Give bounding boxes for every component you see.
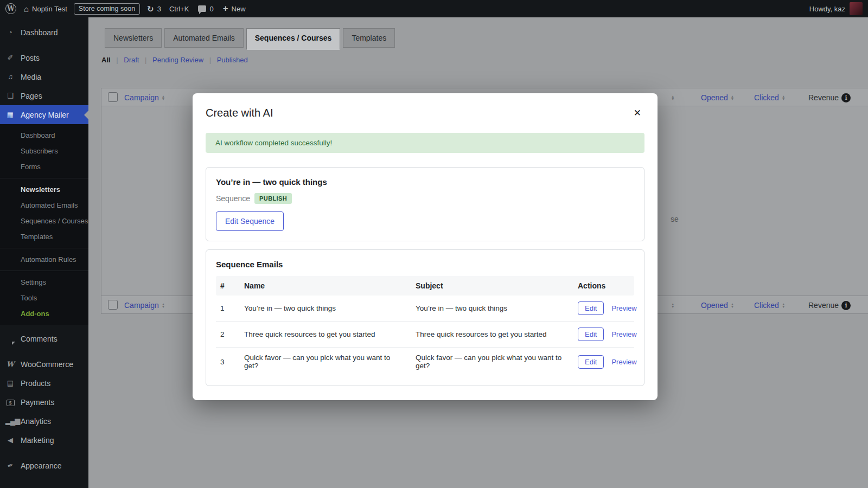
sidebar-item-agency-mailer[interactable]: ▦ Agency Mailer [0, 105, 88, 124]
submenu-item-settings[interactable]: Settings [0, 274, 88, 290]
submenu-item-forms[interactable]: Forms [0, 159, 88, 175]
site-home-link[interactable]: ⌂ Noptin Test [24, 5, 67, 13]
tab-automated-emails[interactable]: Automated Emails [164, 28, 244, 48]
sidebar-item-woocommerce[interactable]: W WooCommerce [0, 355, 88, 374]
column-hidden-sort[interactable]: ▲▼ [671, 88, 674, 107]
comments-count: 0 [209, 5, 213, 13]
filter-separator: | [209, 56, 211, 64]
comments-icon [5, 335, 15, 343]
sidebar-item-label: Marketing [21, 436, 54, 445]
sort-icon: ▲▼ [671, 303, 674, 308]
column-hidden-sort[interactable]: ▲▼ [671, 296, 674, 314]
sequence-type-label: Sequence [216, 194, 250, 203]
info-icon[interactable]: i [841, 301, 851, 310]
close-icon[interactable]: ✕ [630, 106, 644, 120]
edit-sequence-button[interactable]: Edit Sequence [216, 211, 284, 231]
edit-button[interactable]: Edit [578, 328, 604, 341]
email-subject: Quick favor — can you pick what you want… [411, 348, 568, 376]
column-label: Campaign [124, 93, 159, 102]
filter-published[interactable]: Published [217, 56, 248, 64]
status-filters: All | Draft | Pending Review | Published [101, 56, 248, 64]
sort-icon: ▲▼ [731, 95, 734, 100]
emails-table-header: # Name Subject Actions [216, 276, 634, 296]
tab-newsletters[interactable]: Newsletters [105, 28, 162, 48]
submenu-item-automated-emails[interactable]: Automated Emails [0, 197, 88, 213]
filter-separator: | [116, 56, 118, 64]
submenu-separator [0, 271, 88, 271]
email-num: 2 [216, 324, 234, 344]
payments-icon: $ [5, 398, 15, 406]
sidebar-item-payments[interactable]: $ Payments [0, 393, 88, 412]
woocommerce-icon: W [5, 360, 15, 368]
sort-icon: ▲▼ [782, 303, 785, 308]
tab-sequences-courses[interactable]: Sequences / Courses [246, 28, 341, 50]
column-clicked[interactable]: Clicked ▲▼ [754, 296, 785, 314]
update-icon: ↻ [147, 5, 154, 13]
submenu-item-subscribers[interactable]: Subscribers [0, 143, 88, 159]
status-badge: PUBLISH [254, 193, 292, 204]
avatar[interactable] [850, 2, 863, 15]
filter-all[interactable]: All [101, 56, 111, 64]
email-name: You’re in — two quick things [240, 298, 406, 318]
sidebar-item-marketing[interactable]: ◀ Marketing [0, 431, 88, 450]
email-num: 1 [216, 298, 234, 318]
filter-pending-review[interactable]: Pending Review [152, 56, 203, 64]
info-icon[interactable]: i [841, 93, 851, 102]
select-all-checkbox[interactable] [108, 92, 118, 102]
comments-indicator[interactable]: 0 [198, 5, 213, 13]
column-clicked[interactable]: Clicked ▲▼ [754, 88, 785, 107]
column-campaign[interactable]: Campaign ▲▼ [124, 88, 165, 107]
sort-icon: ▲▼ [782, 95, 785, 100]
preview-link[interactable]: Preview [611, 330, 636, 338]
edit-button[interactable]: Edit [578, 355, 604, 369]
campaign-tabs: Newsletters Automated Emails Sequences /… [105, 28, 395, 48]
sidebar-item-posts[interactable]: ✐ Posts [0, 48, 88, 67]
home-icon: ⌂ [24, 5, 29, 13]
wordpress-logo-icon[interactable]: W [5, 3, 16, 14]
column-label: Clicked [754, 93, 779, 102]
submenu-item-dashboard[interactable]: Dashboard [0, 127, 88, 143]
sidebar-item-comments[interactable]: Comments [0, 329, 88, 348]
sequence-emails-title: Sequence Emails [216, 260, 634, 269]
preview-link[interactable]: Preview [611, 304, 636, 312]
updates-indicator[interactable]: ↻ 3 [147, 5, 161, 13]
sidebar-item-label: Dashboard [21, 28, 58, 37]
email-subject: Three quick resources to get you started [411, 324, 568, 344]
col-subject: Subject [411, 276, 568, 296]
sequence-card: You’re in — two quick things Sequence PU… [206, 167, 644, 241]
sidebar-item-dashboard[interactable]: ◔ Dashboard [0, 23, 88, 42]
updates-count: 3 [157, 5, 161, 13]
sidebar-item-appearance[interactable]: ✒ Appearance [0, 456, 88, 475]
shortcut-hint[interactable]: Ctrl+K [169, 5, 189, 13]
select-all-checkbox[interactable] [108, 300, 118, 310]
analytics-icon: ▂▄▆ [5, 417, 15, 425]
sidebar-item-label: Agency Mailer [21, 111, 69, 119]
sidebar-item-analytics[interactable]: ▂▄▆ Analytics [0, 412, 88, 431]
filter-draft[interactable]: Draft [124, 56, 139, 64]
howdy-label[interactable]: Howdy, kaz [809, 5, 845, 13]
sidebar-item-pages[interactable]: ❑ Pages [0, 86, 88, 105]
new-button[interactable]: + New [223, 5, 246, 13]
tab-templates[interactable]: Templates [343, 28, 395, 48]
column-opened[interactable]: Opened ▲▼ [701, 88, 734, 107]
column-opened[interactable]: Opened ▲▼ [701, 296, 734, 314]
submenu-item-add-ons[interactable]: Add-ons [0, 306, 88, 322]
column-label: Opened [701, 93, 728, 102]
emails-table: # Name Subject Actions 1 You’re in — two… [216, 276, 634, 376]
preview-link[interactable]: Preview [611, 358, 636, 366]
coming-soon-badge[interactable]: Store coming soon [74, 3, 140, 15]
submenu-item-sequences-courses[interactable]: Sequences / Courses [0, 213, 88, 229]
submenu-item-newsletters[interactable]: Newsletters [0, 182, 88, 197]
sidebar-item-label: Appearance [21, 461, 62, 470]
column-label: Revenue [808, 93, 839, 102]
plus-icon: + [223, 4, 228, 13]
col-num: # [216, 276, 234, 296]
sidebar-item-products[interactable]: ▤ Products [0, 374, 88, 393]
sidebar-item-media[interactable]: ♫ Media [0, 67, 88, 86]
submenu-item-tools[interactable]: Tools [0, 290, 88, 306]
media-icon: ♫ [5, 73, 15, 81]
column-campaign[interactable]: Campaign ▲▼ [124, 296, 165, 314]
submenu-item-automation-rules[interactable]: Automation Rules [0, 252, 88, 267]
edit-button[interactable]: Edit [578, 301, 604, 315]
submenu-item-templates[interactable]: Templates [0, 229, 88, 245]
